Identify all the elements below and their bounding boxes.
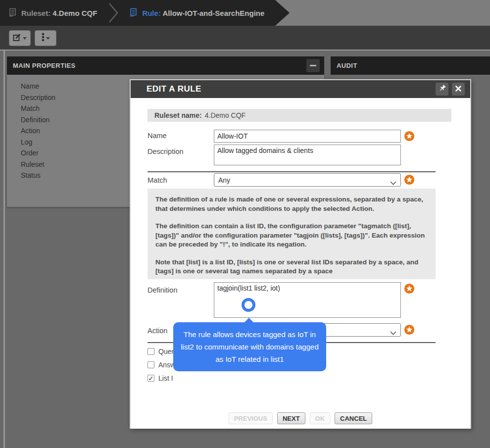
checkbox-row: List I — [147, 374, 173, 383]
description-field[interactable]: Allow tagged domains & clients — [214, 145, 401, 165]
main-properties-title: MAIN PROPERTIES — [13, 62, 76, 69]
close-icon — [455, 85, 461, 94]
definition-label: Definition — [147, 286, 177, 294]
breadcrumb-rule-value: Allow-IOT-and-SearchEngine — [163, 9, 265, 17]
dialog-body: Ruleset name: 4.Demo CQF Name Descriptio… — [131, 98, 470, 429]
answer-checkbox[interactable] — [147, 361, 154, 368]
pin-button[interactable] — [436, 83, 448, 96]
next-button[interactable]: NEXT — [277, 412, 305, 424]
match-label: Match — [147, 176, 167, 184]
minus-icon — [310, 65, 316, 66]
page-left-rail — [3, 50, 5, 448]
ruleset-doc-icon — [9, 8, 16, 18]
pin-icon — [439, 85, 446, 94]
description-label: Description — [147, 148, 184, 155]
kebab-icon — [42, 33, 45, 44]
rule-doc-icon — [130, 8, 137, 18]
toolbar — [0, 26, 490, 50]
definition-field[interactable]: tagjoin(list1 list2, iot) — [214, 282, 401, 318]
required-star-icon — [404, 174, 415, 185]
previous-button[interactable]: PREVIOUS — [229, 412, 273, 424]
name-label: Name — [147, 132, 167, 140]
ruleset-name-bar: Ruleset name: 4.Demo CQF — [147, 109, 451, 122]
collapse-main-properties-button[interactable] — [306, 59, 320, 72]
dialog-header: EDIT A RULE — [131, 80, 470, 98]
chevron-down-icon — [46, 37, 50, 40]
audit-title: AUDIT — [337, 62, 357, 69]
more-actions-button[interactable] — [35, 30, 56, 46]
breadcrumb: Ruleset: 4.Demo CQF Rule: Allow-IOT-and-… — [0, 0, 490, 26]
required-star-icon — [404, 131, 415, 142]
chevron-down-icon — [390, 179, 396, 187]
breadcrumb-rule-label: Rule: — [142, 9, 161, 17]
query-checkbox-label: Quer — [158, 348, 174, 355]
edit-menu-button[interactable] — [9, 30, 31, 46]
close-button[interactable] — [452, 83, 465, 96]
dialog-footer: PREVIOUS NEXT OK CANCEL — [131, 412, 470, 424]
edit-icon — [13, 33, 21, 44]
breadcrumb-tabs: Ruleset: 4.Demo CQF Rule: Allow-IOT-and-… — [0, 0, 290, 26]
help-paragraph: The definition of a rule is made of one … — [155, 195, 428, 213]
ruleset-name-label: Ruleset name: — [154, 111, 202, 119]
name-field[interactable] — [214, 130, 401, 143]
chevron-down-icon — [390, 329, 396, 337]
edit-rule-dialog: EDIT A RULE Ruleset name: 4.Demo CQF Nam… — [130, 79, 471, 429]
query-checkbox[interactable] — [147, 348, 154, 355]
separator — [147, 171, 436, 172]
required-star-icon — [404, 283, 415, 294]
cancel-button[interactable]: CANCEL — [335, 412, 372, 424]
match-select[interactable]: Any — [214, 173, 401, 187]
breadcrumb-chevron-icon — [108, 2, 119, 23]
help-paragraph: The definition can contain a list ID, th… — [155, 222, 428, 249]
checkbox-row: Quer — [147, 347, 174, 356]
breadcrumb-ruleset[interactable]: Ruleset: 4.Demo CQF — [21, 9, 97, 17]
breadcrumb-ruleset-value: 4.Demo CQF — [52, 9, 97, 17]
explanation-tooltip: The rule allows devices tagged as IoT in… — [173, 322, 326, 371]
ok-button[interactable]: OK — [310, 412, 331, 424]
breadcrumb-rule[interactable]: Rule: Allow-IOT-and-SearchEngine — [142, 9, 264, 17]
required-star-icon — [404, 324, 415, 335]
chevron-down-icon — [23, 37, 27, 40]
main-properties-header: MAIN PROPERTIES — [7, 56, 324, 75]
highlight-circle — [242, 298, 255, 312]
checkbox-row: Answ — [147, 360, 175, 369]
explanation-tooltip-text: The rule allows devices tagged as IoT in… — [181, 330, 318, 363]
ruleset-name-value: 4.Demo CQF — [205, 111, 245, 119]
match-select-value: Any — [218, 176, 230, 184]
breadcrumb-ruleset-label: Ruleset: — [21, 9, 50, 17]
help-paragraph: Note that [list] is a list ID, [lists] i… — [155, 258, 428, 276]
list-checkbox[interactable] — [147, 375, 154, 382]
audit-header: AUDIT — [331, 56, 490, 75]
dialog-title: EDIT A RULE — [131, 84, 201, 94]
action-label: Action — [147, 327, 167, 335]
list-checkbox-label: List I — [158, 374, 173, 382]
definition-help-text: The definition of a rule is made of one … — [147, 189, 436, 279]
